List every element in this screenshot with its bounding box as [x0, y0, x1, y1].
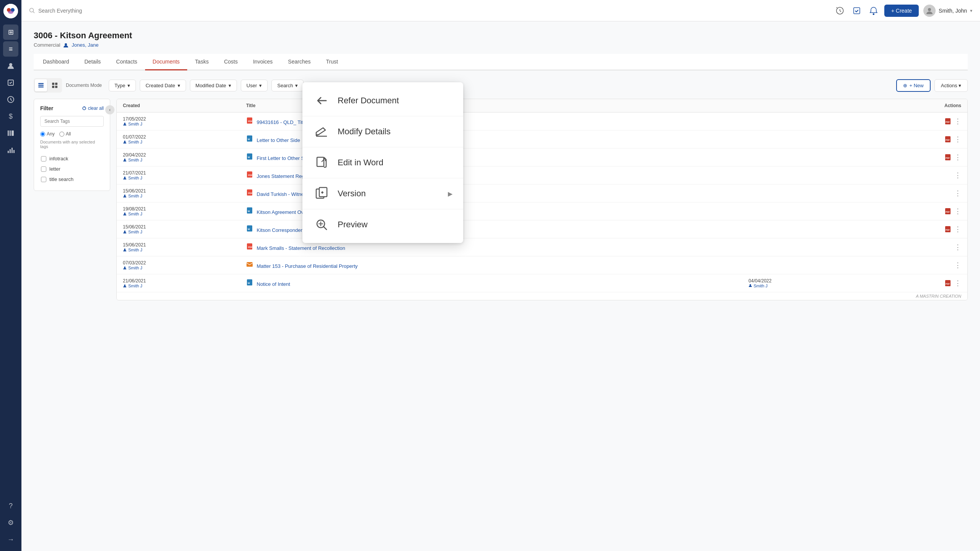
user-badge[interactable]: Smith, John ▾: [923, 5, 972, 17]
menu-item-version[interactable]: Version ▶: [302, 178, 463, 209]
tab-invoices[interactable]: Invoices: [245, 54, 280, 70]
type-chevron-icon: ▾: [127, 83, 130, 88]
clear-all-button[interactable]: clear all: [82, 106, 104, 111]
app-logo[interactable]: [3, 4, 18, 18]
more-options-icon[interactable]: ⋮: [954, 207, 961, 215]
tab-searches[interactable]: Searches: [280, 54, 318, 70]
type-filter-button[interactable]: Type ▾: [109, 80, 136, 91]
tab-costs[interactable]: Costs: [216, 54, 245, 70]
tag-checkbox-letter[interactable]: [41, 166, 46, 172]
pdf-action-icon[interactable]: PDF: [944, 226, 951, 233]
menu-item-preview[interactable]: Preview: [302, 209, 463, 240]
more-options-icon[interactable]: ⋮: [954, 117, 961, 126]
new-document-button[interactable]: ⊕ + New: [896, 79, 931, 92]
pdf-action-icon[interactable]: PDF: [944, 208, 951, 215]
created-cell: 07/03/2022 Smith J: [117, 256, 240, 274]
table-row: 20/04/2022 Smith J W First Letter to Oth…: [117, 148, 967, 166]
pdf-action-icon[interactable]: PDF: [944, 154, 951, 161]
svg-line-79: [323, 227, 327, 230]
more-options-icon[interactable]: ⋮: [954, 225, 961, 233]
tab-dashboard[interactable]: Dashboard: [35, 54, 77, 70]
filter-collapse-button[interactable]: ‹: [105, 105, 114, 114]
sidebar-item-reports[interactable]: [3, 142, 18, 158]
sidebar-item-billing[interactable]: $: [3, 109, 18, 124]
tag-item-infotrack[interactable]: infotrack: [40, 153, 104, 164]
svg-line-15: [33, 11, 35, 13]
sidebar-item-tasks[interactable]: [3, 75, 18, 90]
modified-date-filter-button[interactable]: Modified Date ▾: [190, 80, 237, 91]
doc-type-icon: PDF: [246, 119, 253, 125]
sidebar-item-time[interactable]: [3, 92, 18, 107]
tab-tasks[interactable]: Tasks: [187, 54, 216, 70]
mastrin-footer: A MASTRIN CREATION: [117, 292, 967, 300]
more-options-icon[interactable]: ⋮: [954, 135, 961, 143]
tag-checkbox-title-search[interactable]: [41, 177, 46, 182]
tab-trust[interactable]: Trust: [318, 54, 345, 70]
sidebar-item-help[interactable]: ?: [3, 498, 18, 514]
notifications-icon[interactable]: [867, 5, 880, 17]
toolbar-right: ⊕ + New Actions ▾: [896, 79, 968, 92]
svg-rect-25: [55, 83, 57, 85]
created-cell: 15/06/2021 Smith J: [117, 220, 240, 238]
sidebar-item-settings[interactable]: ⚙: [3, 515, 18, 530]
pdf-action-icon[interactable]: PDF: [944, 136, 951, 143]
created-date-filter-button[interactable]: Created Date ▾: [140, 80, 186, 91]
any-radio-label[interactable]: Any: [40, 131, 55, 137]
sidebar-item-matters[interactable]: ≡: [3, 41, 18, 57]
tab-contacts[interactable]: Contacts: [108, 54, 145, 70]
pdf-action-icon[interactable]: PDF: [944, 280, 951, 287]
doc-type-icon: W: [246, 280, 253, 287]
document-title-link[interactable]: Letter to Other Side: [257, 137, 300, 143]
actions-cell: PDF ⋮: [866, 148, 967, 166]
all-radio[interactable]: [59, 132, 64, 137]
menu-item-refer-document[interactable]: Refer Document: [302, 85, 463, 116]
sidebar-item-dashboard[interactable]: ⊞: [3, 24, 18, 40]
page-content: 3006 - Kitson Agreement Commercial Jones…: [21, 21, 980, 551]
filter-title: Filter: [40, 105, 53, 111]
preview-label: Preview: [338, 220, 368, 230]
tab-documents[interactable]: Documents: [145, 54, 188, 70]
sidebar-item-contacts[interactable]: [3, 58, 18, 73]
assignee-link[interactable]: Jones, Jane: [72, 42, 98, 48]
document-title-link[interactable]: Notice of Intent: [257, 281, 290, 287]
any-radio[interactable]: [40, 132, 45, 137]
edit-in-word-icon: [313, 154, 330, 171]
document-title-link[interactable]: Mark Smalls - Statement of Recollection: [257, 245, 345, 251]
actions-button[interactable]: Actions ▾: [934, 79, 968, 92]
svg-text:PDF: PDF: [946, 229, 950, 231]
filter-sidebar: Filter clear all Any All: [34, 99, 110, 191]
create-button[interactable]: + Create: [884, 5, 919, 17]
search-filter-button[interactable]: Search ▾: [271, 80, 304, 91]
svg-rect-24: [52, 83, 54, 85]
pdf-action-icon[interactable]: PDF: [944, 118, 951, 125]
tasks-icon[interactable]: [851, 5, 863, 17]
more-options-icon[interactable]: ⋮: [954, 261, 961, 269]
sidebar-item-expand[interactable]: →: [3, 532, 18, 547]
user-filter-button[interactable]: User ▾: [241, 80, 268, 91]
table-row: 21/06/2021 Smith J W Notice of Intent 04…: [117, 274, 967, 292]
filter-search-input[interactable]: [40, 116, 104, 127]
version-label: Version: [338, 189, 366, 199]
all-radio-label[interactable]: All: [59, 131, 71, 137]
document-title-link[interactable]: Matter 153 - Purchase of Residential Pro…: [257, 263, 358, 269]
modified-cell: [742, 166, 866, 184]
tag-item-title-search[interactable]: title search: [40, 174, 104, 184]
grid-mode-button[interactable]: [49, 79, 61, 91]
tag-item-letter[interactable]: letter: [40, 164, 104, 174]
svg-rect-73: [317, 157, 324, 166]
tag-checkbox-infotrack[interactable]: [41, 156, 46, 161]
history-icon[interactable]: [834, 5, 846, 17]
sidebar-item-library[interactable]: [3, 126, 18, 141]
tab-details[interactable]: Details: [77, 54, 109, 70]
more-options-icon[interactable]: ⋮: [954, 189, 961, 197]
more-options-icon[interactable]: ⋮: [954, 171, 961, 179]
modified-cell: [742, 112, 866, 130]
more-options-icon[interactable]: ⋮: [954, 279, 961, 287]
menu-item-edit-in-word[interactable]: Edit in Word: [302, 147, 463, 178]
modified-date-chevron-icon: ▾: [229, 83, 231, 88]
list-mode-button[interactable]: [35, 79, 47, 91]
global-search-input[interactable]: Search Everything: [38, 8, 153, 14]
menu-item-modify-details[interactable]: Modify Details: [302, 116, 463, 147]
more-options-icon[interactable]: ⋮: [954, 243, 961, 251]
more-options-icon[interactable]: ⋮: [954, 153, 961, 161]
